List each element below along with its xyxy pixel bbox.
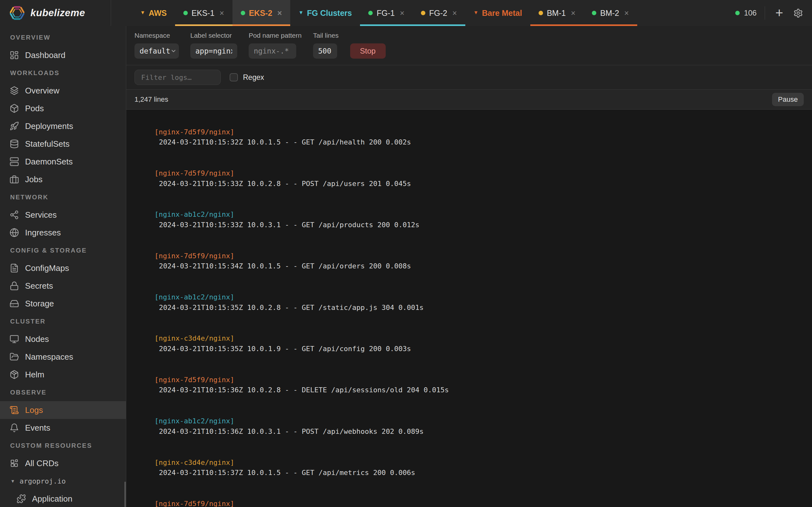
label-selector-label: Label selector <box>190 32 237 39</box>
log-filter-controls: Namespace default Label selector Pod nam… <box>126 26 812 65</box>
log-pod-name: [nginx-c3d4e/nginx] <box>154 334 235 342</box>
sidebar-item-services[interactable]: Services <box>0 206 126 224</box>
log-line: [nginx-7d5f9/nginx] 2024-03-21T10:15:37Z… <box>138 488 812 507</box>
scroll-icon <box>9 405 19 415</box>
log-pod-name: [nginx-ab1c2/nginx] <box>154 293 235 301</box>
close-tab-icon[interactable]: × <box>571 9 576 18</box>
pod-pattern-field: Pod name pattern <box>249 32 302 59</box>
close-tab-icon[interactable]: × <box>277 9 282 18</box>
log-line: [nginx-7d5f9/nginx] 2024-03-21T10:15:33Z… <box>138 158 812 199</box>
sidebar-item-dashboard[interactable]: Dashboard <box>0 46 126 64</box>
brand-logo-icon <box>9 5 26 21</box>
log-line: [nginx-c3d4e/nginx] 2024-03-21T10:15:35Z… <box>138 323 812 364</box>
sidebar-item-nodes[interactable]: Nodes <box>0 330 126 348</box>
sidebar-section-cluster: CLUSTER <box>0 313 126 330</box>
topbar-divider <box>765 6 765 20</box>
cluster-group-tab-fg-clusters[interactable]: ▼ FG Clusters <box>290 0 360 26</box>
sidebar-item-ingresses[interactable]: Ingresses <box>0 224 126 241</box>
namespace-select[interactable]: default <box>135 43 179 59</box>
sidebar-item-pods[interactable]: Pods <box>0 100 126 117</box>
layers-icon <box>9 86 19 95</box>
cluster-tab-fg-2[interactable]: FG-2 × <box>413 0 465 26</box>
regex-checkbox[interactable] <box>230 73 238 81</box>
tail-lines-field: Tail lines <box>313 32 339 59</box>
tail-lines-input[interactable] <box>313 43 337 59</box>
folder-open-icon <box>9 352 19 361</box>
log-viewport[interactable]: [nginx-7d5f9/nginx] 2024-03-21T10:15:32Z… <box>126 109 812 507</box>
pod-pattern-input[interactable] <box>249 43 296 59</box>
sidebar-item-events[interactable]: Events <box>0 419 126 437</box>
close-tab-icon[interactable]: × <box>624 9 629 18</box>
status-dot-icon <box>539 11 543 15</box>
tail-lines-label: Tail lines <box>313 32 339 39</box>
cluster-tab-eks-2[interactable]: EKS-2 × <box>233 0 290 26</box>
tab-label: Bare Metal <box>482 9 522 18</box>
sidebar-item-argoproj-io[interactable]: ▼ argoproj.io <box>0 472 126 490</box>
sidebar-section-custom-resources: CUSTOM RESOURCES <box>0 437 126 454</box>
cluster-tab-bm-1[interactable]: BM-1 × <box>530 0 583 26</box>
tab-label: BM-2 <box>600 9 619 18</box>
pause-button[interactable]: Pause <box>772 93 804 106</box>
share-icon <box>9 210 19 220</box>
sidebar-item-secrets[interactable]: Secrets <box>0 277 126 295</box>
label-selector-input[interactable] <box>190 43 237 59</box>
sidebar-item-statefulsets[interactable]: StatefulSets <box>0 135 126 153</box>
close-tab-icon[interactable]: × <box>400 9 404 18</box>
log-pod-name: [nginx-c3d4e/nginx] <box>154 458 235 466</box>
log-pod-name: [nginx-7d5f9/nginx] <box>154 500 235 507</box>
sidebar-item-logs[interactable]: Logs <box>0 401 126 419</box>
sidebar-item-jobs[interactable]: Jobs <box>0 170 126 188</box>
status-dot-icon <box>183 11 188 15</box>
group-triangle-icon: ▼ <box>299 10 304 15</box>
topbar: kubelizeme ▼ AWS EKS-1 × EKS-2 × ▼ FG Cl… <box>0 0 812 26</box>
tab-underline <box>175 24 233 26</box>
filter-logs-row: Regex <box>126 65 812 89</box>
sidebar-item-namespaces[interactable]: Namespaces <box>0 348 126 366</box>
tab-underline <box>233 24 290 26</box>
sidebar-item-label: argoproj.io <box>19 477 66 485</box>
cluster-tab-fg-1[interactable]: FG-1 × <box>360 0 413 26</box>
sidebar-item-overview[interactable]: Overview <box>0 82 126 100</box>
sidebar-item-label: All CRDs <box>25 458 58 468</box>
log-pod-name: [nginx-ab1c2/nginx] <box>154 417 235 425</box>
tab-label: FG-2 <box>429 9 447 18</box>
close-tab-icon[interactable]: × <box>219 9 224 18</box>
sidebar-item-helm[interactable]: Helm <box>0 366 126 383</box>
tab-label: EKS-1 <box>192 9 214 18</box>
sidebar-item-label: Services <box>25 210 57 220</box>
sidebar-scrollbar[interactable] <box>124 482 126 507</box>
count-value: 106 <box>744 9 757 17</box>
globe-icon <box>9 228 19 237</box>
sidebar-item-label: DaemonSets <box>25 157 72 167</box>
tab-label: AWS <box>149 9 167 18</box>
cluster-tab-bm-2[interactable]: BM-2 × <box>583 0 637 26</box>
sidebar-section-network: NETWORK <box>0 188 126 206</box>
log-message: 2024-03-21T10:15:37Z 10.0.1.5 - - GET /a… <box>159 469 415 476</box>
status-dot-icon <box>592 11 596 15</box>
log-line: [nginx-7d5f9/nginx] 2024-03-21T10:15:36Z… <box>138 364 812 406</box>
cluster-group-tab-bare-metal[interactable]: ▼ Bare Metal <box>465 0 530 26</box>
sidebar-item-storage[interactable]: Storage <box>0 295 126 313</box>
sidebar-section-config-storage: CONFIG & STORAGE <box>0 241 126 259</box>
stop-button[interactable]: Stop <box>350 43 386 59</box>
add-cluster-button[interactable]: + <box>773 6 785 20</box>
sidebar-item-all-crds[interactable]: All CRDs <box>0 454 126 472</box>
sidebar-item-label: Pods <box>25 104 44 113</box>
database-icon <box>9 139 19 149</box>
log-status-bar: 1,247 lines Pause <box>126 90 812 109</box>
bell-icon <box>9 423 19 433</box>
sidebar-item-application[interactable]: Application <box>0 490 126 507</box>
sidebar-item-label: Application <box>32 494 72 504</box>
filter-logs-input[interactable] <box>135 70 221 85</box>
sidebar-item-label: Deployments <box>25 121 73 131</box>
sidebar-item-deployments[interactable]: Deployments <box>0 117 126 135</box>
briefcase-icon <box>9 175 19 184</box>
close-tab-icon[interactable]: × <box>452 9 457 18</box>
settings-button[interactable] <box>793 8 803 18</box>
namespace-value: default <box>140 47 170 55</box>
cluster-group-tab-aws[interactable]: ▼ AWS <box>132 0 175 26</box>
sidebar-item-configmaps[interactable]: ConfigMaps <box>0 259 126 277</box>
sidebar-section-workloads: WORKLOADS <box>0 64 126 82</box>
cluster-tab-eks-1[interactable]: EKS-1 × <box>175 0 233 26</box>
sidebar-item-daemonsets[interactable]: DaemonSets <box>0 153 126 170</box>
